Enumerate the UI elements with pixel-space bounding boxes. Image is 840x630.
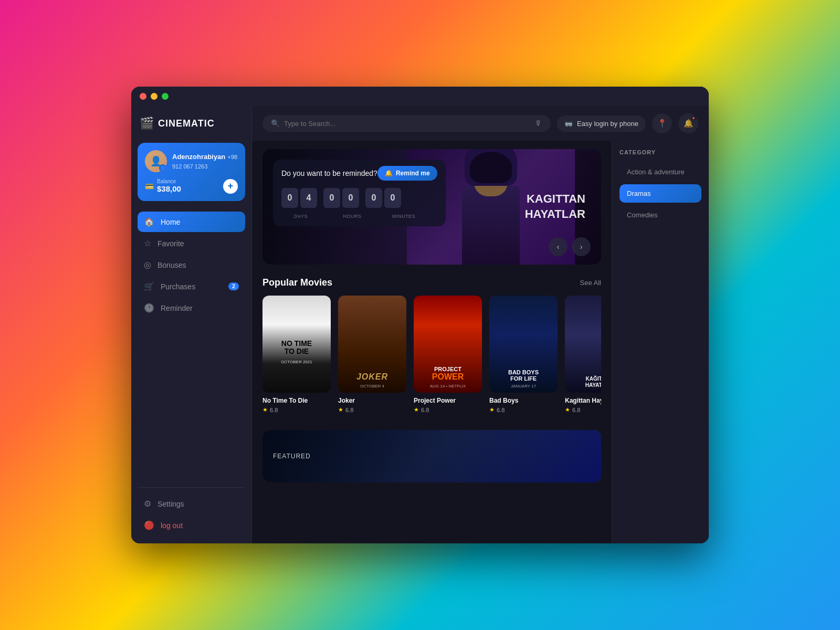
reminder-question: Do you want to be reminded? bbox=[281, 169, 377, 177]
movie-card-bad-boys[interactable]: BAD BOYSFOR LIFE JANUARY 17 Bad Boys ★ 6… bbox=[489, 296, 558, 413]
favorite-icon: ☆ bbox=[144, 238, 151, 248]
minutes-units: 0 bbox=[384, 188, 401, 208]
days-units: 4 bbox=[300, 188, 317, 208]
hero-title-line1: KAGITTAN bbox=[525, 192, 585, 207]
star-icon: ★ bbox=[262, 406, 268, 413]
movies-grid: NO TIMETO DIE OCTOBER 2021 No Time To Di… bbox=[262, 296, 601, 417]
star-icon: ★ bbox=[338, 406, 343, 413]
remind-btn-label: Remind me bbox=[396, 170, 430, 177]
countdown-minutes: 0 0 bbox=[365, 188, 401, 208]
right-sidebar-categories: CATEGORY Action & adventure Dramas Comed… bbox=[612, 141, 709, 543]
days-tens: 0 bbox=[281, 188, 298, 208]
sidebar-label-home: Home bbox=[161, 218, 180, 226]
location-button[interactable]: 📍 bbox=[652, 113, 672, 133]
hero-title: KAGITTAN HAYATLAR bbox=[525, 192, 585, 222]
countdown-days: 0 4 bbox=[281, 188, 317, 208]
sidebar-label-purchases: Purchases bbox=[161, 282, 195, 291]
sidebar-item-home[interactable]: 🏠 Home bbox=[138, 212, 245, 232]
bell-icon: 🔔 bbox=[684, 119, 694, 128]
countdown-row: 0 4 0 0 bbox=[281, 188, 437, 208]
movie-card-joker[interactable]: JOKER OCTOBER 4 Joker ★ 6.8 bbox=[338, 296, 406, 413]
sidebar-label-bonuses: Bonuses bbox=[158, 261, 186, 269]
movie-card-no-time-to-die[interactable]: NO TIMETO DIE OCTOBER 2021 No Time To Di… bbox=[262, 296, 331, 413]
popular-movies-title: Popular Movies bbox=[262, 277, 332, 288]
microphone-icon[interactable]: 🎙 bbox=[535, 119, 542, 128]
logo: 🎬 CINEMATIC bbox=[138, 114, 245, 132]
star-icon: ★ bbox=[489, 406, 495, 413]
reminder-icon: 🕐 bbox=[144, 303, 154, 313]
sidebar-item-settings[interactable]: ⚙ Settings bbox=[138, 494, 245, 513]
star-icon: ★ bbox=[414, 406, 419, 413]
movie-rating-joker: ★ 6.8 bbox=[338, 406, 406, 413]
countdown-hours: 0 0 bbox=[323, 188, 359, 208]
category-comedies[interactable]: Comedies bbox=[620, 206, 701, 224]
movie-title-joker: Joker bbox=[338, 397, 406, 404]
sidebar-label-logout: log out bbox=[161, 521, 183, 530]
logo-text: CINEMATIC bbox=[158, 118, 215, 129]
hero-navigation: ‹ › bbox=[549, 237, 591, 256]
add-balance-button[interactable]: + bbox=[223, 179, 238, 194]
search-icon: 🔍 bbox=[271, 119, 280, 128]
search-input[interactable] bbox=[284, 120, 531, 128]
rating-value: 6.8 bbox=[421, 407, 429, 413]
rating-value: 6.8 bbox=[270, 407, 278, 413]
notification-dot bbox=[691, 116, 696, 120]
sidebar-item-purchases[interactable]: 🛒 Purchases 2 bbox=[138, 276, 245, 297]
category-dramas[interactable]: Dramas bbox=[620, 184, 701, 203]
remind-me-button[interactable]: 🔔 Remind me bbox=[377, 166, 437, 181]
movie-poster-no-time-to-die: NO TIMETO DIE OCTOBER 2021 bbox=[262, 296, 331, 393]
movie-title-kagittan: Kagittan Hayatlar bbox=[565, 397, 601, 404]
popular-movies-header: Popular Movies See All bbox=[262, 277, 601, 288]
notification-button[interactable]: 🔔 bbox=[678, 113, 698, 133]
easy-login-button[interactable]: 🥽 Easy login by phone bbox=[557, 116, 646, 132]
sidebar-item-logout[interactable]: 🔴 log out bbox=[138, 516, 245, 535]
nav-items: 🏠 Home ☆ Favorite ◎ Bonuses 🛒 Purchases … bbox=[138, 212, 245, 487]
hero-banner: KAGITTAN HAYATLAR Do you want to be remi… bbox=[262, 149, 601, 265]
close-button[interactable] bbox=[140, 93, 146, 100]
main-content: 🔍 🎙 🥽 Easy login by phone 📍 🔔 bbox=[252, 106, 709, 543]
sidebar-label-reminder: Reminder bbox=[161, 304, 193, 312]
minutes-label: MINUTES bbox=[392, 214, 415, 219]
settings-icon: ⚙ bbox=[144, 499, 151, 509]
home-icon: 🏠 bbox=[144, 217, 154, 227]
hours-units: 0 bbox=[342, 188, 359, 208]
minimize-button[interactable] bbox=[151, 93, 158, 100]
user-name: Adenzohrabiyan bbox=[172, 153, 225, 161]
sidebar-bottom: ⚙ Settings 🔴 log out bbox=[138, 487, 245, 535]
content-area: KAGITTAN HAYATLAR Do you want to be remi… bbox=[252, 141, 709, 543]
search-box[interactable]: 🔍 🎙 bbox=[262, 115, 551, 132]
avatar: 👤 bbox=[145, 150, 167, 172]
maximize-button[interactable] bbox=[162, 93, 169, 100]
rating-value: 6.8 bbox=[497, 407, 505, 413]
purchases-badge: 2 bbox=[228, 282, 239, 290]
user-card: 👤 Adenzohrabiyan +98 912 067 1263 💳 Bala… bbox=[138, 143, 245, 201]
easy-login-label: Easy login by phone bbox=[577, 120, 638, 128]
title-bar bbox=[131, 87, 709, 106]
movie-poster-project-power: PROJECTPOWER AUG 14 • NETFLIX bbox=[414, 296, 482, 393]
countdown-wrapper: 0 4 0 0 bbox=[281, 188, 437, 220]
hours-label: HOURS bbox=[343, 214, 361, 219]
movie-card-project-power[interactable]: PROJECTPOWER AUG 14 • NETFLIX Project Po… bbox=[414, 296, 482, 413]
center-content: KAGITTAN HAYATLAR Do you want to be remi… bbox=[252, 141, 612, 543]
movie-card-kagittan[interactable]: KAĞITTANHAYATLAR Kagittan Hayatlar ★ 6.8 bbox=[565, 296, 601, 413]
sidebar-item-bonuses[interactable]: ◎ Bonuses bbox=[138, 255, 245, 275]
sidebar: 🎬 CINEMATIC 👤 Adenzohrabiyan +98 912 067… bbox=[131, 106, 252, 543]
hero-title-line2: HAYATLAR bbox=[525, 207, 585, 222]
see-all-button[interactable]: See All bbox=[580, 279, 601, 287]
hours-tens: 0 bbox=[323, 188, 340, 208]
location-icon: 📍 bbox=[657, 119, 667, 128]
category-action-adventure[interactable]: Action & adventure bbox=[620, 163, 701, 181]
hero-next-button[interactable]: › bbox=[572, 237, 591, 256]
avatar-badge bbox=[159, 164, 166, 172]
topbar: 🔍 🎙 🥽 Easy login by phone 📍 🔔 bbox=[252, 106, 709, 141]
sidebar-item-reminder[interactable]: 🕐 Reminder bbox=[138, 298, 245, 318]
balance-amount: $38,00 bbox=[157, 184, 181, 193]
movie-rating-kagittan: ★ 6.8 bbox=[565, 406, 601, 413]
bonuses-icon: ◎ bbox=[144, 260, 151, 270]
movie-poster-kagittan: KAĞITTANHAYATLAR bbox=[565, 296, 601, 393]
hero-prev-button[interactable]: ‹ bbox=[549, 237, 568, 256]
rating-value: 6.8 bbox=[345, 407, 353, 413]
movie-poster-bad-boys: BAD BOYSFOR LIFE JANUARY 17 bbox=[489, 296, 558, 393]
sidebar-item-favorite[interactable]: ☆ Favorite bbox=[138, 233, 245, 254]
movie-title-no-time-to-die: No Time To Die bbox=[262, 397, 331, 404]
